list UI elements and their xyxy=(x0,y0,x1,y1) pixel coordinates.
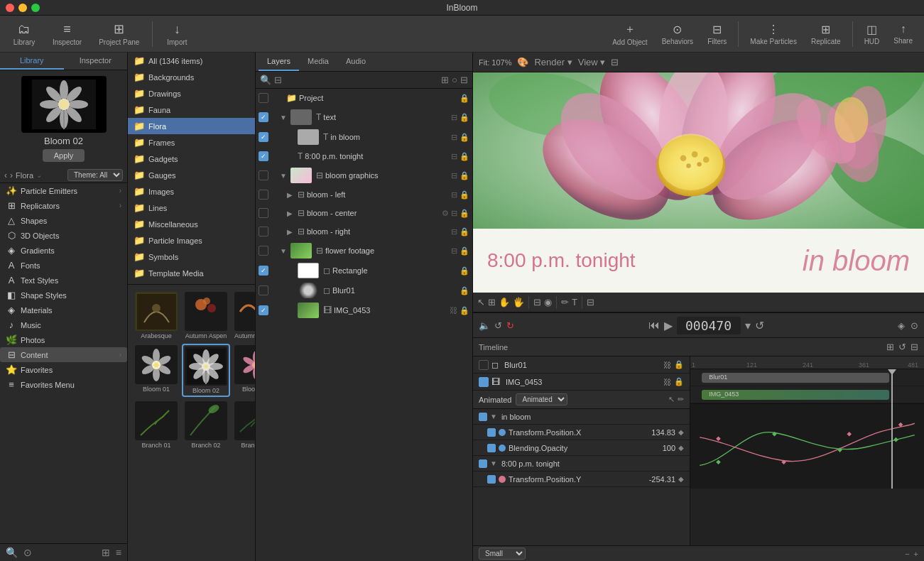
thumb-bloom-01[interactable]: Bloom 01 xyxy=(134,344,179,397)
thumb-bloom-02[interactable]: Bloom 02 xyxy=(182,344,230,397)
thumb-bloom-03[interactable]: Bloom 03 xyxy=(233,344,255,397)
layer-lock-flower-footage[interactable]: 🔒 xyxy=(460,246,469,256)
size-select[interactable]: Small Medium Large xyxy=(479,548,526,560)
layer-check-bloom-center[interactable] xyxy=(259,208,268,218)
minimize-button[interactable] xyxy=(18,4,27,12)
color-picker-icon[interactable]: 🎨 xyxy=(517,57,528,67)
tl-film-icon[interactable]: ⊟ xyxy=(911,342,918,352)
add-object-button[interactable]: ＋ Add Object xyxy=(607,19,653,49)
layer-chain-8pm[interactable]: ⊟ xyxy=(451,152,457,161)
import-button[interactable]: ↓ Import xyxy=(158,19,195,49)
hud-button[interactable]: ◫ HUD xyxy=(859,20,886,48)
layout-icon[interactable]: ⊟ xyxy=(611,57,619,67)
anim-filter-icon[interactable]: ↖ xyxy=(668,395,675,404)
layers-options-icon[interactable]: ⊞ xyxy=(441,75,449,85)
layer-check-bloom-left[interactable] xyxy=(259,190,268,200)
layer-check-rectangle[interactable]: ✓ xyxy=(259,266,268,276)
volume-icon[interactable]: 🔈 xyxy=(479,320,490,331)
sub-miscellaneous[interactable]: 📁 Miscellaneous xyxy=(128,216,255,232)
tl-link-blur01[interactable]: ⛓ xyxy=(663,361,671,369)
layer-check-bloom-graphics[interactable] xyxy=(259,170,268,180)
layer-expand-text[interactable]: ▼ xyxy=(280,114,288,121)
layer-lock-icon[interactable]: 🔒 xyxy=(460,94,469,103)
layer-check-blur01[interactable] xyxy=(259,285,268,295)
layer-check-flower-footage[interactable] xyxy=(259,246,268,256)
layer-expand-bloom-left[interactable]: ▶ xyxy=(287,191,295,199)
cat-text-styles[interactable]: A Text Styles xyxy=(0,273,127,288)
tl-grid-icon[interactable]: ⊞ xyxy=(886,342,894,352)
layer-lock-blur01[interactable]: 🔒 xyxy=(460,286,469,295)
tl-check-blur01[interactable] xyxy=(479,360,489,370)
thumb-branch-03[interactable]: Branch 03 xyxy=(233,400,255,450)
layer-expand-flower-footage[interactable]: ▼ xyxy=(280,247,288,255)
sub-template-media[interactable]: 📁 Template Media xyxy=(128,265,255,281)
grid-view-icon[interactable]: ⊞ xyxy=(102,547,110,558)
layer-check-bloom-right[interactable] xyxy=(259,227,268,236)
sub-images[interactable]: 📁 Images xyxy=(128,183,255,200)
layer-lock-inbloom[interactable]: 🔒 xyxy=(460,133,469,142)
layer-lock-bloom-center[interactable]: 🔒 xyxy=(460,209,469,218)
layer-check-inbloom[interactable]: ✓ xyxy=(259,132,268,142)
loop-icon[interactable]: ↻ xyxy=(506,320,514,331)
tab-layers[interactable]: Layers xyxy=(259,53,299,71)
layer-lock-img0453[interactable]: 🔒 xyxy=(460,306,469,315)
sub-symbols[interactable]: 📁 Symbols xyxy=(128,249,255,265)
layer-icon-lock2[interactable]: 🔒 xyxy=(460,113,469,122)
layer-img0453[interactable]: ✓ 🎞 IMG_0453 ⛓ 🔒 xyxy=(256,300,472,320)
sub-flora[interactable]: 📁 Flora xyxy=(128,118,255,134)
layers-layout-icon[interactable]: ⊟ xyxy=(274,75,282,85)
layer-in-bloom[interactable]: ✓ T in bloom ⊟ 🔒 xyxy=(256,127,472,147)
tab-media[interactable]: Media xyxy=(299,53,337,71)
cat-3d-objects[interactable]: ⬡ 3D Objects xyxy=(0,228,127,243)
layer-icon-chain[interactable]: ⊟ xyxy=(451,113,457,122)
tl-link-img0453[interactable]: ⛓ xyxy=(663,378,671,386)
list-view-icon[interactable]: ≡ xyxy=(116,547,121,558)
inspector-button[interactable]: ≡ Inspector xyxy=(45,19,89,49)
tl-lock-blur01[interactable]: 🔒 xyxy=(674,360,684,369)
thumb-autumn-aspen[interactable]: Autumn Aspen xyxy=(182,290,230,341)
anim-expand-8pm[interactable]: ▼ xyxy=(490,459,497,467)
layer-lock-8pm[interactable]: 🔒 xyxy=(460,152,469,161)
playhead[interactable] xyxy=(891,369,893,489)
cat-shapes[interactable]: △ Shapes xyxy=(0,213,127,228)
render-button[interactable]: Render ▾ xyxy=(534,57,572,67)
layer-chain-inbloom[interactable]: ⊟ xyxy=(451,133,457,142)
text-tool[interactable]: T xyxy=(572,297,577,307)
sub-backgrounds[interactable]: 📁 Backgrounds xyxy=(128,69,255,85)
layer-chain-flower-footage[interactable]: ⊟ xyxy=(451,246,457,256)
tab-audio[interactable]: Audio xyxy=(337,53,374,71)
layer-gear-bloom-center[interactable]: ⚙ xyxy=(442,209,449,218)
nav-back[interactable]: ‹ xyxy=(4,170,7,180)
layer-expand-bloom-right[interactable]: ▶ xyxy=(287,228,295,236)
anim-check-positiony[interactable] xyxy=(487,475,496,484)
anim-check-opacity[interactable] xyxy=(487,444,496,452)
layer-chain-bloom-right[interactable]: ⊟ xyxy=(451,227,457,236)
sub-gadgets[interactable]: 📁 Gadgets xyxy=(128,151,255,167)
pen-tool[interactable]: ✏ xyxy=(561,297,569,307)
sub-particle-images[interactable]: 📁 Particle Images xyxy=(128,232,255,249)
behaviors-button[interactable]: ⊙ Behaviors xyxy=(656,20,699,48)
layer-check-project[interactable] xyxy=(259,93,268,103)
layer-lock-bloom-right[interactable]: 🔒 xyxy=(460,227,469,236)
sub-gauges[interactable]: 📁 Gauges xyxy=(128,167,255,183)
loop-back-button[interactable]: ↺ xyxy=(755,319,764,332)
search-icon[interactable]: 🔍 xyxy=(6,547,18,558)
tab-inspector[interactable]: Inspector xyxy=(64,53,128,70)
layer-expand-bloom-graphics[interactable]: ▼ xyxy=(280,172,288,180)
tl-plus-icon[interactable]: + xyxy=(914,550,918,558)
cat-favorites[interactable]: ⭐ Favorites xyxy=(0,362,127,377)
view-button[interactable]: View ▾ xyxy=(578,57,606,67)
rewind-icon[interactable]: ↺ xyxy=(494,320,502,331)
timecode-dropdown[interactable]: ▾ xyxy=(745,319,751,332)
anim-expand-inbloom[interactable]: ▼ xyxy=(490,413,497,420)
tl-check-img0453[interactable] xyxy=(479,377,489,387)
layer-flower-footage[interactable]: ▼ ⊟ flower footage ⊟ 🔒 xyxy=(256,241,472,261)
layer-lock-bloom-left[interactable]: 🔒 xyxy=(460,190,469,200)
thumb-branch-02[interactable]: Branch 02 xyxy=(182,400,230,450)
animated-select[interactable]: Animated xyxy=(516,393,567,405)
cat-favorites-menu[interactable]: ≡ Favorites Menu xyxy=(0,377,127,392)
layer-bloom-graphics[interactable]: ▼ ⊟ bloom graphics ⊟ 🔒 xyxy=(256,165,472,185)
theme-select[interactable]: Theme: All xyxy=(67,169,123,181)
nav-forward[interactable]: › xyxy=(10,170,13,180)
thumb-arabesque[interactable]: Arabesque xyxy=(134,290,179,341)
